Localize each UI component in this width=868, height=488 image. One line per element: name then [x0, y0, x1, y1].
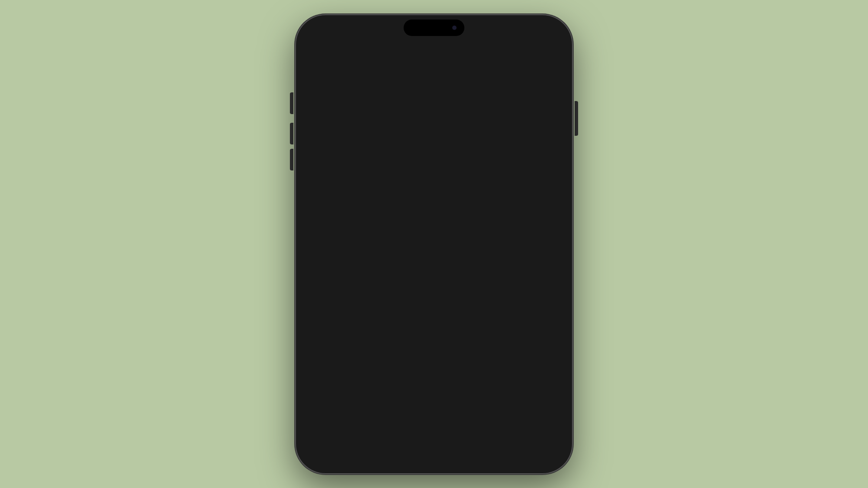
- download-icon: [539, 301, 555, 317]
- signal-bars-icon: [510, 31, 519, 37]
- featured-section: TRY SOMETHING NEW Get Plant Care Advice …: [305, 104, 563, 327]
- status-time: 7:32 ➤: [317, 30, 338, 39]
- main-content: Apps 🐭 🏃 Health & Fitness 🍿 Entertainmen…: [305, 42, 563, 455]
- phone-screen: 7:32 ➤: [305, 24, 563, 465]
- avatar[interactable]: 🐭: [532, 50, 551, 69]
- page-header: Apps 🐭: [305, 42, 563, 75]
- app-card-picturethis[interactable]: PictureThis - Plant Identifier Plant car…: [305, 154, 563, 327]
- status-icons: 14: [510, 30, 551, 38]
- battery-icon: 14: [533, 31, 551, 38]
- svg-rect-16: [319, 285, 553, 290]
- entertainment-label: Entertainment: [415, 84, 456, 92]
- section-eyebrow: TRY SOMETHING NEW: [317, 112, 544, 119]
- download-button[interactable]: [538, 301, 556, 318]
- status-bar: 7:32 ➤: [305, 24, 563, 42]
- wifi-icon: [522, 30, 530, 38]
- photo-label: Photo: [488, 84, 505, 92]
- categories-row: 🏃 Health & Fitness 🍿 Entertainment 📷 Pho…: [305, 75, 563, 104]
- app-info-bar: PictureThis - Plant Identifier Plant car…: [305, 291, 563, 327]
- svg-rect-2: [548, 33, 549, 35]
- app-text: PictureThis - Plant Identifier Plant car…: [342, 302, 532, 316]
- app-icon-picturethis: [312, 298, 336, 321]
- app-tagline: Plant care and identification: [342, 310, 532, 316]
- category-entertainment[interactable]: 🍿 Entertainment: [395, 79, 463, 98]
- phone-wrapper: 7:32 ➤: [291, 10, 577, 478]
- svg-rect-1: [542, 32, 544, 36]
- category-photo[interactable]: 📷 Photo: [467, 79, 512, 98]
- health-fitness-icon: 🏃: [322, 83, 332, 93]
- section-more-hint: H: [544, 114, 551, 125]
- svg-point-20: [323, 311, 325, 313]
- section-subtitle: Helps you with these ➡️ 🌸 🌿 🌻: [317, 137, 544, 147]
- app-name: PictureThis - Plant Identifier: [342, 302, 532, 310]
- page-title: Apps: [317, 49, 361, 70]
- section-title: Get Plant Care Advice: [317, 121, 544, 135]
- health-fitness-label: Health & Fitness: [335, 84, 383, 92]
- category-health-fitness[interactable]: 🏃 Health & Fitness: [315, 79, 391, 98]
- entertainment-icon: 🍿: [402, 83, 412, 93]
- photo-icon: 📷: [475, 83, 484, 93]
